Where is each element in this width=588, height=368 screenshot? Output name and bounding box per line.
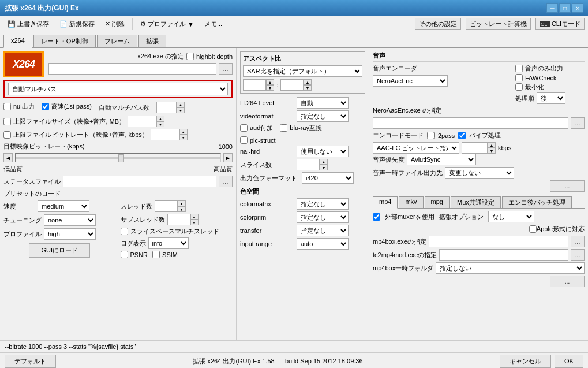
bluray-checkbox[interactable] [280,124,287,132]
mp4box-exe-browse-btn[interactable]: ... [571,236,585,247]
status-file-browse-button[interactable]: ... [219,176,233,187]
thread-up-btn[interactable]: ▲ [178,200,186,206]
twopass-checkbox[interactable] [427,132,435,139]
subthread-up-btn[interactable]: ▲ [190,214,199,220]
colorprim-select[interactable]: 指定なし [297,211,349,223]
sar-num-input[interactable]: 0 [243,79,266,91]
subthread-down-btn[interactable]: ▼ [190,220,199,225]
h264-level-select[interactable]: 自動 [297,97,349,109]
status-file-input[interactable]: %{savfile}.stats [63,176,216,187]
delete-button[interactable]: ✕ 削除 [101,18,129,30]
audio-only-checkbox[interactable] [515,65,523,72]
new-save-button[interactable]: 📄 新規保存 [55,18,99,30]
quality-slider[interactable] [15,153,221,162]
extra-browse-btn[interactable]: ... [550,180,585,192]
bitrate-calc-button[interactable]: ビットレート計算機 [466,18,531,30]
sar-den-up[interactable]: ▲ [304,79,312,85]
memo-button[interactable]: メモ... [200,18,226,30]
transfer-select[interactable]: 指定なし [297,225,349,236]
cancel-button[interactable]: キャンセル [500,355,551,368]
profile-button[interactable]: ⚙ プロファイル ▼ [136,18,198,30]
psnr-checkbox[interactable] [121,251,128,258]
tab-x264[interactable]: x264 [3,35,32,48]
mp4box-temp-select[interactable]: 指定しない [436,262,585,274]
upper-filesize-checkbox[interactable] [3,118,11,125]
ok-button[interactable]: OK [555,355,583,368]
encoder-exe-browse-btn[interactable]: ... [571,117,585,129]
apple-format-checkbox[interactable] [529,225,537,233]
encode-mode-select[interactable]: AAC-LC ビットレート指定 [373,142,459,154]
bitrate-down-btn[interactable]: ▼ [488,148,496,154]
temp-file-select[interactable]: 変更しない [445,167,514,179]
other-settings-button[interactable]: その他の設定 [415,18,461,30]
pic-struct-checkbox[interactable] [240,136,248,144]
slice-count-input[interactable]: 0 [297,159,320,170]
minimize-checkbox[interactable] [515,83,523,91]
mp4box-temp-browse-btn[interactable]: ... [550,276,585,287]
slice-count-up[interactable]: ▲ [320,159,328,165]
exe-path-input[interactable]: D:¥AviUtl¥エンコード¥bin¥x264.exe [48,63,216,75]
bitrate-up-btn[interactable]: ▲ [488,142,496,148]
sar-den-down[interactable]: ▼ [304,85,312,91]
nul-output-checkbox[interactable] [3,103,11,110]
faw-check-checkbox[interactable] [515,74,523,81]
mux-tab-mpg[interactable]: mpg [425,196,450,208]
colormatrix-select[interactable]: 指定なし [297,198,349,210]
thread-down-btn[interactable]: ▼ [178,206,186,212]
audio-priority-select[interactable]: AviutlSync [407,154,476,165]
tuning-select[interactable]: none [44,214,96,226]
upper-filesize-down-btn[interactable]: ▼ [156,121,164,127]
spinbox-up-button[interactable]: ▲ [177,102,185,107]
sar-num-down[interactable]: ▼ [266,85,274,91]
slider-right-button[interactable]: ► [223,153,233,162]
input-range-select[interactable]: auto [297,238,349,250]
tab-expand[interactable]: 拡張 [138,35,166,47]
tab-frame[interactable]: フレーム [97,35,137,47]
speed-select[interactable]: medium [38,200,89,212]
multipass-count-input[interactable]: 2 [156,102,177,113]
close-button[interactable]: ✕ [572,3,583,13]
gui-load-button[interactable]: GUIにロード [29,243,90,258]
minimize-button[interactable]: ─ [546,3,558,13]
expand-option-select[interactable]: なし [488,211,534,222]
upper-bitrate-input[interactable]: 0.0 [151,129,179,140]
mp4box-exe-input[interactable]: ¥bin¥MP4Box_0.4.6-r3745_x64.exe [429,236,568,247]
mux-tab-batch[interactable]: エンコ後バッチ処理 [502,196,572,208]
auto-multipass-select[interactable]: 自動マルチパス [8,83,228,95]
thread-input[interactable]: 0 [155,200,178,212]
mux-tab-mp4[interactable]: mp4 [373,196,398,209]
aud-checkbox[interactable] [240,124,248,132]
profile-select[interactable]: high [44,228,96,240]
subthread-input[interactable]: 0 [167,214,190,225]
videoformat-select[interactable]: 指定なし [297,110,349,122]
nal-hrd-select[interactable]: 使用しない [297,146,349,157]
cli-mode-button[interactable]: CLI CLIモード [535,18,585,30]
upper-bitrate-checkbox[interactable] [3,131,11,139]
bitrate-input[interactable]: 128 [462,142,488,154]
overwrite-save-button[interactable]: 💾 上書き保存 [3,18,53,30]
default-button[interactable]: デフォルト [5,355,56,368]
tc2mp4mod-input[interactable]: AviUtl¥エンコード¥bin¥tc2mp4Mod.exe [439,249,568,261]
tab-rate-qp[interactable]: レート・QP制御 [33,35,96,47]
sar-den-input[interactable]: 0 [280,79,304,91]
encoder-exe-path-input[interactable]: D:¥AviUtl¥エンコード¥bin¥neroAacEnc.exe [373,117,568,129]
slice-multithread-checkbox[interactable] [121,228,128,235]
upper-bitrate-up-btn[interactable]: ▲ [179,129,188,135]
sar-select[interactable]: SAR比を指定（デフォルト） [243,65,362,77]
slice-count-down[interactable]: ▼ [320,165,328,170]
high-speed-checkbox[interactable] [42,103,49,110]
slider-left-button[interactable]: ◄ [3,153,13,162]
ssim-checkbox[interactable] [152,251,160,258]
pipe-checkbox[interactable] [458,132,466,139]
upper-filesize-input[interactable]: 0.0 [128,116,156,127]
tc2mp4mod-browse-btn[interactable]: ... [571,249,585,261]
spinbox-down-button[interactable]: ▼ [177,107,185,113]
log-select[interactable]: info [148,237,189,249]
highbit-depth-checkbox[interactable] [186,53,194,60]
external-muxer-checkbox[interactable] [373,213,380,221]
slider-thumb[interactable] [118,154,124,162]
mux-tab-common[interactable]: Mux共通設定 [451,196,501,208]
output-color-select[interactable]: i420 [302,172,354,184]
exe-browse-button[interactable]: ... [219,63,233,75]
upper-filesize-up-btn[interactable]: ▲ [156,116,164,121]
